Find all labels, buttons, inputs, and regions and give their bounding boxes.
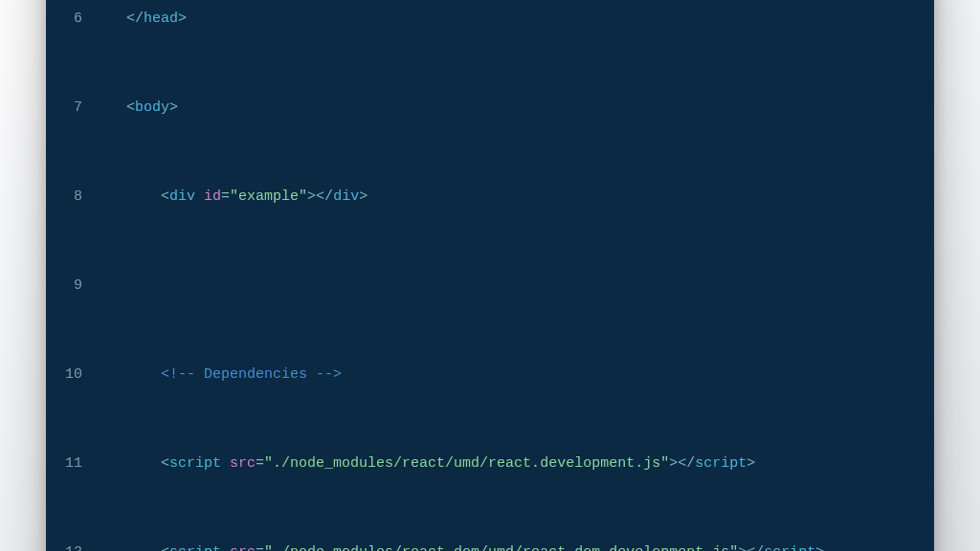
code-window: 1 <!DOCTYPE html> 2 <html> 3 <head> 4 <m… [46, 0, 934, 551]
code-line: 11 <script src="./node_modules/react/umd… [65, 452, 915, 474]
code-line: 9 [65, 275, 915, 297]
code-content: <script src="./node_modules/react-dom/um… [92, 541, 915, 551]
line-number: 7 [65, 97, 92, 119]
code-content: <div id="example"></div> [92, 186, 915, 208]
code-line: 7 <body> [65, 97, 915, 119]
code-line: 6 </head> [65, 8, 915, 30]
code-content: </head> [92, 8, 915, 30]
code-line: 8 <div id="example"></div> [65, 186, 915, 208]
line-number: 9 [65, 275, 92, 297]
code-content: <!-- Dependencies --> [92, 364, 915, 386]
code-content: <body> [92, 97, 915, 119]
code-line: 12 <script src="./node_modules/react-dom… [65, 541, 915, 551]
code-editor: 1 <!DOCTYPE html> 2 <html> 3 <head> 4 <m… [65, 0, 915, 551]
code-content: <script src="./node_modules/react/umd/re… [92, 452, 915, 474]
code-content [92, 275, 915, 297]
line-number: 12 [65, 541, 92, 551]
line-number: 8 [65, 186, 92, 208]
line-number: 10 [65, 364, 92, 386]
line-number: 11 [65, 452, 92, 474]
code-line: 10 <!-- Dependencies --> [65, 364, 915, 386]
line-number: 6 [65, 8, 92, 30]
